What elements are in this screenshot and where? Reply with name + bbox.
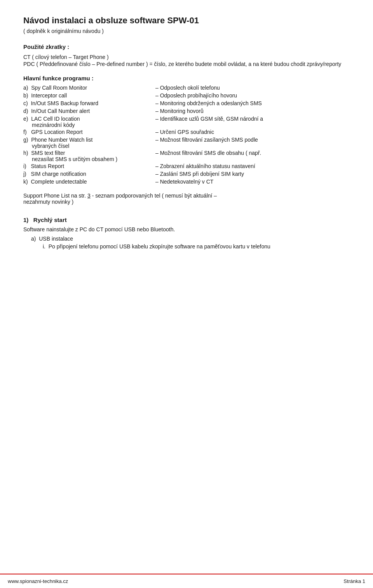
section1-intro: Software nainstalujte z PC do CT pomocí … xyxy=(23,226,350,232)
func-letter-i: i) xyxy=(23,163,31,169)
func-name-b: Interceptor call xyxy=(31,92,67,99)
func-right-i: – Zobrazení aktuálního statusu nastavení xyxy=(155,163,350,169)
func-dash-c: – xyxy=(155,100,160,106)
func-row-b: b) Interceptor call – Odposlech probíhaj… xyxy=(23,92,350,99)
func-dash-k: – xyxy=(155,179,160,185)
func-row-g: g) Phone Number Watch list vybraných čís… xyxy=(23,137,350,149)
func-right-a: – Odposlech okolí telefonu xyxy=(155,85,350,91)
footer-link: www.spionazni-technika.cz xyxy=(8,578,68,584)
func-left-e-line1: e) LAC Cell ID location xyxy=(23,116,152,122)
section1-number: 1) xyxy=(23,217,28,223)
func-right-c: – Monitoring obdržených a odeslaných SMS xyxy=(155,100,350,106)
func-desc-k: Nedetekovatelný v CT xyxy=(160,179,214,185)
func-left-j: j) SIM charge notification xyxy=(23,171,155,177)
func-desc-c: Monitoring obdržených a odeslaných SMS xyxy=(160,100,262,106)
func-row-e: e) LAC Cell ID location mezinárodní kódy… xyxy=(23,116,350,128)
func-right-b: – Odposlech probíhajícího hovoru xyxy=(155,92,350,99)
func-desc-d: Monitoring hovorů xyxy=(160,108,204,114)
func-right-h-extra xyxy=(155,156,350,162)
support-text: Support Phone List na str. 3 - seznam po… xyxy=(23,193,350,199)
func-dash-b: – xyxy=(155,92,160,99)
section1: 1) Rychlý start Software nainstalujte z … xyxy=(23,217,350,250)
func-letter-c: c) xyxy=(23,100,31,106)
page-subtitle: ( doplněk k originálnímu návodu ) xyxy=(23,28,350,34)
func-name-k: Complete undetectable xyxy=(31,179,87,185)
func-right-g: – Možnost filtrování zasílaných SMS podl… xyxy=(155,137,350,149)
footer-page: Stránka 1 xyxy=(343,578,365,584)
func-name-d: In/Out Call Number alert xyxy=(31,108,90,114)
func-letter-f: f) xyxy=(23,129,31,135)
func-left-e-extra: mezinárodní kódy xyxy=(23,122,152,128)
func-left-c: c) In/Out SMS Backup forward xyxy=(23,100,155,106)
func-right-j: – Zaslání SMS při dobíjení SIM karty xyxy=(155,171,350,177)
func-left-a: a) Spy Call Room Monitor xyxy=(23,85,155,91)
section1-item-i: i. Po připojení telefonu pomocí USB kabe… xyxy=(43,243,350,250)
func-left-h-line1: h) SMS text filter xyxy=(23,150,152,156)
func-left-i: i) Status Report xyxy=(23,163,155,169)
support-prefix: Support Phone List na str. xyxy=(23,193,87,199)
func-row-a: a) Spy Call Room Monitor – Odposlech oko… xyxy=(23,85,350,91)
functions-table: a) Spy Call Room Monitor – Odposlech oko… xyxy=(23,85,350,185)
func-right-e: – Identifikace uzlů GSM sítě, GSM národn… xyxy=(155,116,350,128)
abbr-pdc: PDC ( Předdefinované číslo – Pre-defined… xyxy=(23,61,341,67)
abbr-ct: CT ( cílový telefon – Target Phone ) xyxy=(23,54,140,60)
func-left-h: h) SMS text filter nezasílat SMS s určit… xyxy=(23,150,155,162)
func-row-j: j) SIM charge notification – Zaslání SMS… xyxy=(23,171,350,177)
func-letter-b: b) xyxy=(23,92,31,99)
func-letter-a: a) xyxy=(23,85,31,91)
section1-heading: 1) Rychlý start xyxy=(23,217,350,223)
func-letter-d: d) xyxy=(23,108,31,114)
func-name-j: SIM charge notification xyxy=(31,171,86,177)
page-title: Návod instalaci a obsluze software SPW-0… xyxy=(23,16,350,26)
abbr-row-pdc: PDC ( Předdefinované číslo – Pre-defined… xyxy=(23,61,350,67)
func-row-c: c) In/Out SMS Backup forward – Monitorin… xyxy=(23,100,350,106)
func-row-d: d) In/Out Call Number alert – Monitoring… xyxy=(23,108,350,114)
func-name-e: LAC Cell ID location xyxy=(31,116,80,122)
func-desc-f: Určení GPS souřadnic xyxy=(160,129,214,135)
func-dash-f: – xyxy=(155,129,160,135)
func-name-i: Status Report xyxy=(31,163,64,169)
abbreviations-block: Použité zkratky : CT ( cílový telefon – … xyxy=(23,43,350,67)
func-row-f: f) GPS Location Report – Určení GPS souř… xyxy=(23,129,350,135)
func-left-d: d) In/Out Call Number alert xyxy=(23,108,155,114)
section1-item-a: a) USB instalace xyxy=(31,236,350,242)
func-letter-k: k) xyxy=(23,179,31,185)
func-right-k: – Nedetekovatelný v CT xyxy=(155,179,350,185)
func-letter-h: h) xyxy=(23,150,31,156)
abbr-row-ct: CT ( cílový telefon – Target Phone ) xyxy=(23,54,350,60)
func-left-g-extra: vybraných čísel xyxy=(23,143,152,149)
support-text-line2: nezahrnuty novinky ) xyxy=(23,199,350,205)
func-dash-j: – xyxy=(155,171,160,177)
page-footer: www.spionazni-technika.cz Stránka 1 xyxy=(0,574,373,588)
func-row-k: k) Complete undetectable – Nedetekovatel… xyxy=(23,179,350,185)
func-right-g-line1: – Možnost filtrování zasílaných SMS podl… xyxy=(155,137,350,143)
support-section: Support Phone List na str. 3 - seznam po… xyxy=(23,193,350,205)
func-dash-a: – xyxy=(155,85,160,91)
func-desc-b: Odposlech probíhajícího hovoru xyxy=(160,92,237,99)
func-name-a: Spy Call Room Monitor xyxy=(31,85,87,91)
func-desc-j: Zaslání SMS při dobíjení SIM karty xyxy=(160,171,244,177)
func-left-f: f) GPS Location Report xyxy=(23,129,155,135)
func-row-h: h) SMS text filter nezasílat SMS s určit… xyxy=(23,150,350,162)
func-right-h: – Možnost filtrování SMS dle obsahu ( na… xyxy=(155,150,350,162)
func-desc-a: Odposlech okolí telefonu xyxy=(160,85,220,91)
func-right-h-line1: – Možnost filtrování SMS dle obsahu ( na… xyxy=(155,150,350,156)
func-right-f: – Určení GPS souřadnic xyxy=(155,129,350,135)
func-left-g: g) Phone Number Watch list vybraných čís… xyxy=(23,137,155,149)
support-suffix: seznam podporovaných tel ( nemusí být ak… xyxy=(95,193,217,199)
func-left-h-extra: nezasílat SMS s určitým obsahem ) xyxy=(23,156,152,162)
func-right-g-extra xyxy=(155,143,350,149)
func-right-d: – Monitoring hovorů xyxy=(155,108,350,114)
func-left-e: e) LAC Cell ID location mezinárodní kódy xyxy=(23,116,155,128)
func-desc-i: Zobrazení aktuálního statusu nastavení xyxy=(160,163,255,169)
support-dash: - xyxy=(91,193,95,199)
func-dash-d: – xyxy=(155,108,160,114)
func-letter-e: e) xyxy=(23,116,31,122)
func-name-g: Phone Number Watch list xyxy=(31,137,92,143)
func-left-g-line1: g) Phone Number Watch list xyxy=(23,137,152,143)
func-letter-g: g) xyxy=(23,137,31,143)
page-container: Návod instalaci a obsluze software SPW-0… xyxy=(0,0,373,274)
func-dash-i: – xyxy=(155,163,160,169)
func-right-e-line1: – Identifikace uzlů GSM sítě, GSM národn… xyxy=(155,116,350,122)
func-row-i: i) Status Report – Zobrazení aktuálního … xyxy=(23,163,350,169)
